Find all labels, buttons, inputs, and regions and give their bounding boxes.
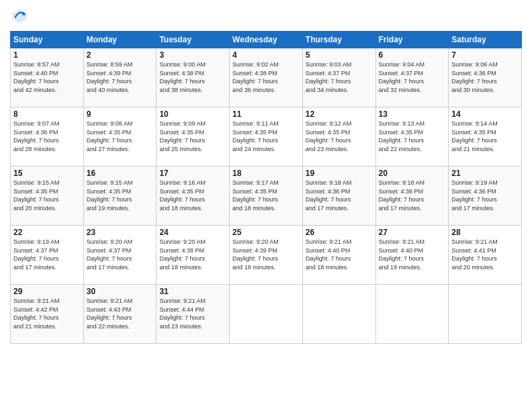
day-number: 11 <box>232 109 300 119</box>
day-number: 15 <box>13 169 81 178</box>
calendar-cell: 29 Sunrise: 9:21 AM Sunset: 4:42 PM Dayl… <box>11 285 84 344</box>
day-info: Sunrise: 9:16 AM Sunset: 4:35 PM Dayligh… <box>159 179 226 212</box>
day-number: 27 <box>379 228 446 237</box>
day-info: Sunrise: 9:07 AM Sunset: 4:36 PM Dayligh… <box>13 120 81 153</box>
day-number: 16 <box>87 169 154 178</box>
day-number: 6 <box>379 50 446 60</box>
calendar-header-tuesday: Tuesday <box>157 32 230 48</box>
calendar-cell: 28 Sunrise: 9:21 AM Sunset: 4:41 PM Dayl… <box>449 226 522 285</box>
day-number: 19 <box>306 169 373 178</box>
day-number: 10 <box>159 109 226 119</box>
day-number: 17 <box>159 169 226 178</box>
calendar-cell: 1 Sunrise: 8:57 AM Sunset: 4:40 PM Dayli… <box>11 48 84 107</box>
day-number: 12 <box>306 109 373 119</box>
day-info: Sunrise: 9:12 AM Sunset: 4:35 PM Dayligh… <box>306 120 373 153</box>
logo-icon <box>10 7 29 26</box>
calendar-week-2: 8 Sunrise: 9:07 AM Sunset: 4:36 PM Dayli… <box>11 107 522 167</box>
day-info: Sunrise: 9:18 AM Sunset: 4:36 PM Dayligh… <box>379 179 446 212</box>
day-number: 25 <box>232 228 300 237</box>
calendar-header-sunday: Sunday <box>11 32 84 48</box>
day-number: 4 <box>232 50 300 60</box>
day-info: Sunrise: 9:03 AM Sunset: 4:37 PM Dayligh… <box>306 60 373 94</box>
calendar-header-wednesday: Wednesday <box>230 32 303 48</box>
calendar-cell <box>449 285 522 344</box>
calendar-cell: 3 Sunrise: 9:00 AM Sunset: 4:38 PM Dayli… <box>157 48 230 107</box>
header <box>10 7 522 26</box>
calendar-cell: 13 Sunrise: 9:13 AM Sunset: 4:35 PM Dayl… <box>375 107 449 167</box>
calendar-cell: 7 Sunrise: 9:06 AM Sunset: 4:36 PM Dayli… <box>449 48 522 107</box>
day-number: 14 <box>451 109 519 119</box>
calendar-cell: 16 Sunrise: 9:15 AM Sunset: 4:35 PM Dayl… <box>83 167 157 226</box>
day-info: Sunrise: 9:18 AM Sunset: 4:36 PM Dayligh… <box>306 179 373 212</box>
day-info: Sunrise: 8:59 AM Sunset: 4:39 PM Dayligh… <box>87 60 154 94</box>
day-number: 7 <box>451 50 519 60</box>
calendar-cell: 26 Sunrise: 9:21 AM Sunset: 4:40 PM Dayl… <box>302 226 375 285</box>
calendar-header-thursday: Thursday <box>302 32 375 48</box>
calendar-cell: 2 Sunrise: 8:59 AM Sunset: 4:39 PM Dayli… <box>83 48 157 107</box>
calendar-week-4: 22 Sunrise: 9:19 AM Sunset: 4:37 PM Dayl… <box>11 226 522 285</box>
day-number: 22 <box>13 228 81 237</box>
day-info: Sunrise: 9:00 AM Sunset: 4:38 PM Dayligh… <box>159 60 226 94</box>
calendar-cell: 27 Sunrise: 9:21 AM Sunset: 4:40 PM Dayl… <box>375 226 449 285</box>
logo <box>10 7 32 26</box>
day-info: Sunrise: 9:04 AM Sunset: 4:37 PM Dayligh… <box>379 60 446 94</box>
day-number: 30 <box>87 287 154 296</box>
day-info: Sunrise: 9:21 AM Sunset: 4:44 PM Dayligh… <box>159 297 226 330</box>
day-info: Sunrise: 9:15 AM Sunset: 4:35 PM Dayligh… <box>13 179 81 212</box>
day-number: 5 <box>306 50 373 60</box>
calendar-cell: 18 Sunrise: 9:17 AM Sunset: 4:35 PM Dayl… <box>230 167 303 226</box>
day-number: 3 <box>159 50 226 60</box>
day-number: 24 <box>159 228 226 237</box>
calendar-cell: 6 Sunrise: 9:04 AM Sunset: 4:37 PM Dayli… <box>375 48 449 107</box>
calendar-header-friday: Friday <box>375 32 449 48</box>
calendar-cell: 17 Sunrise: 9:16 AM Sunset: 4:35 PM Dayl… <box>157 167 230 226</box>
day-info: Sunrise: 9:08 AM Sunset: 4:35 PM Dayligh… <box>87 120 154 153</box>
calendar-cell: 14 Sunrise: 9:14 AM Sunset: 4:35 PM Dayl… <box>449 107 522 167</box>
day-number: 20 <box>379 169 446 178</box>
day-number: 29 <box>13 287 81 296</box>
calendar-header-monday: Monday <box>83 32 157 48</box>
day-number: 8 <box>13 109 81 119</box>
day-number: 1 <box>13 50 81 60</box>
calendar-week-5: 29 Sunrise: 9:21 AM Sunset: 4:42 PM Dayl… <box>11 285 522 344</box>
day-number: 26 <box>306 228 373 237</box>
calendar-cell: 4 Sunrise: 9:02 AM Sunset: 4:38 PM Dayli… <box>230 48 303 107</box>
calendar-cell <box>230 285 303 344</box>
calendar-cell: 23 Sunrise: 9:20 AM Sunset: 4:37 PM Dayl… <box>83 226 157 285</box>
day-number: 23 <box>87 228 154 237</box>
day-number: 28 <box>451 228 519 237</box>
day-info: Sunrise: 9:21 AM Sunset: 4:41 PM Dayligh… <box>451 238 519 271</box>
day-info: Sunrise: 9:11 AM Sunset: 4:35 PM Dayligh… <box>232 120 300 153</box>
day-info: Sunrise: 9:20 AM Sunset: 4:38 PM Dayligh… <box>159 238 226 271</box>
day-info: Sunrise: 9:02 AM Sunset: 4:38 PM Dayligh… <box>232 60 300 94</box>
day-info: Sunrise: 9:06 AM Sunset: 4:36 PM Dayligh… <box>451 60 519 94</box>
calendar-header-row: SundayMondayTuesdayWednesdayThursdayFrid… <box>11 32 522 48</box>
calendar-cell: 8 Sunrise: 9:07 AM Sunset: 4:36 PM Dayli… <box>11 107 84 167</box>
calendar-cell: 11 Sunrise: 9:11 AM Sunset: 4:35 PM Dayl… <box>230 107 303 167</box>
calendar-week-3: 15 Sunrise: 9:15 AM Sunset: 4:35 PM Dayl… <box>11 167 522 226</box>
day-info: Sunrise: 9:21 AM Sunset: 4:43 PM Dayligh… <box>87 297 154 330</box>
day-info: Sunrise: 9:15 AM Sunset: 4:35 PM Dayligh… <box>87 179 154 212</box>
calendar-cell: 30 Sunrise: 9:21 AM Sunset: 4:43 PM Dayl… <box>83 285 157 344</box>
calendar-week-1: 1 Sunrise: 8:57 AM Sunset: 4:40 PM Dayli… <box>11 48 522 107</box>
calendar-cell <box>375 285 449 344</box>
day-info: Sunrise: 9:14 AM Sunset: 4:35 PM Dayligh… <box>451 120 519 153</box>
calendar-cell: 22 Sunrise: 9:19 AM Sunset: 4:37 PM Dayl… <box>11 226 84 285</box>
day-info: Sunrise: 9:21 AM Sunset: 4:40 PM Dayligh… <box>306 238 373 271</box>
calendar-cell: 5 Sunrise: 9:03 AM Sunset: 4:37 PM Dayli… <box>302 48 375 107</box>
calendar-cell <box>302 285 375 344</box>
page: SundayMondayTuesdayWednesdayThursdayFrid… <box>0 0 532 411</box>
day-number: 31 <box>159 287 226 296</box>
day-info: Sunrise: 9:19 AM Sunset: 4:37 PM Dayligh… <box>13 238 81 271</box>
day-info: Sunrise: 9:13 AM Sunset: 4:35 PM Dayligh… <box>379 120 446 153</box>
day-info: Sunrise: 9:21 AM Sunset: 4:40 PM Dayligh… <box>379 238 446 271</box>
calendar-cell: 10 Sunrise: 9:09 AM Sunset: 4:35 PM Dayl… <box>157 107 230 167</box>
calendar-cell: 19 Sunrise: 9:18 AM Sunset: 4:36 PM Dayl… <box>302 167 375 226</box>
day-info: Sunrise: 9:19 AM Sunset: 4:36 PM Dayligh… <box>451 179 519 212</box>
calendar-cell: 9 Sunrise: 9:08 AM Sunset: 4:35 PM Dayli… <box>83 107 157 167</box>
day-info: Sunrise: 9:20 AM Sunset: 4:39 PM Dayligh… <box>232 238 300 271</box>
day-info: Sunrise: 8:57 AM Sunset: 4:40 PM Dayligh… <box>13 60 81 94</box>
day-info: Sunrise: 9:09 AM Sunset: 4:35 PM Dayligh… <box>159 120 226 153</box>
day-info: Sunrise: 9:17 AM Sunset: 4:35 PM Dayligh… <box>232 179 300 212</box>
calendar-cell: 15 Sunrise: 9:15 AM Sunset: 4:35 PM Dayl… <box>11 167 84 226</box>
